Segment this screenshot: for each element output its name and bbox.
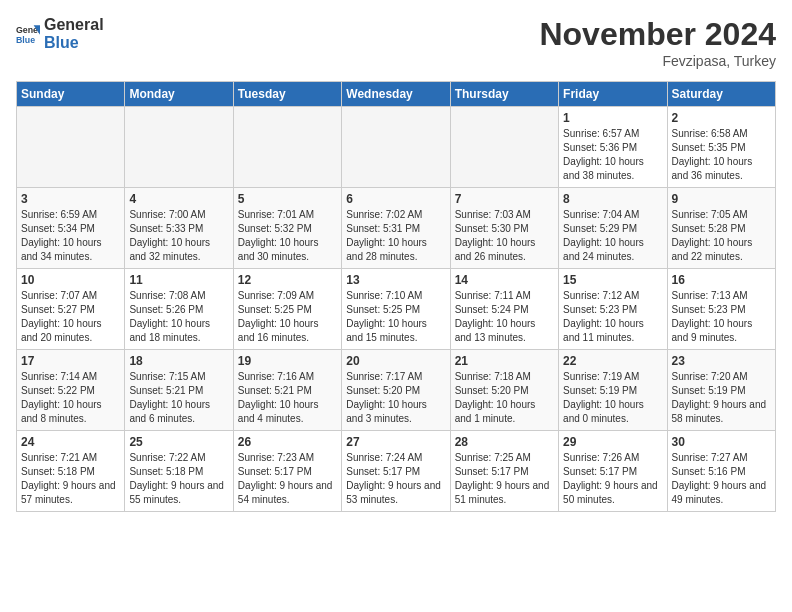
day-number: 15 bbox=[563, 273, 662, 287]
day-info: Sunrise: 7:11 AMSunset: 5:24 PMDaylight:… bbox=[455, 289, 554, 345]
calendar-cell: 29Sunrise: 7:26 AMSunset: 5:17 PMDayligh… bbox=[559, 431, 667, 512]
day-number: 1 bbox=[563, 111, 662, 125]
day-info: Sunrise: 7:26 AMSunset: 5:17 PMDaylight:… bbox=[563, 451, 662, 507]
day-info: Sunrise: 7:07 AMSunset: 5:27 PMDaylight:… bbox=[21, 289, 120, 345]
day-number: 10 bbox=[21, 273, 120, 287]
calendar-cell: 4Sunrise: 7:00 AMSunset: 5:33 PMDaylight… bbox=[125, 188, 233, 269]
day-number: 23 bbox=[672, 354, 771, 368]
calendar-cell: 12Sunrise: 7:09 AMSunset: 5:25 PMDayligh… bbox=[233, 269, 341, 350]
calendar-cell: 14Sunrise: 7:11 AMSunset: 5:24 PMDayligh… bbox=[450, 269, 558, 350]
day-number: 13 bbox=[346, 273, 445, 287]
month-title: November 2024 bbox=[539, 16, 776, 53]
header-monday: Monday bbox=[125, 82, 233, 107]
day-number: 26 bbox=[238, 435, 337, 449]
header-friday: Friday bbox=[559, 82, 667, 107]
week-row-0: 1Sunrise: 6:57 AMSunset: 5:36 PMDaylight… bbox=[17, 107, 776, 188]
week-row-1: 3Sunrise: 6:59 AMSunset: 5:34 PMDaylight… bbox=[17, 188, 776, 269]
logo-blue: Blue bbox=[44, 34, 104, 52]
day-info: Sunrise: 7:27 AMSunset: 5:16 PMDaylight:… bbox=[672, 451, 771, 507]
day-info: Sunrise: 7:13 AMSunset: 5:23 PMDaylight:… bbox=[672, 289, 771, 345]
day-number: 4 bbox=[129, 192, 228, 206]
day-number: 6 bbox=[346, 192, 445, 206]
day-number: 8 bbox=[563, 192, 662, 206]
calendar-cell: 19Sunrise: 7:16 AMSunset: 5:21 PMDayligh… bbox=[233, 350, 341, 431]
calendar-cell: 3Sunrise: 6:59 AMSunset: 5:34 PMDaylight… bbox=[17, 188, 125, 269]
day-info: Sunrise: 7:16 AMSunset: 5:21 PMDaylight:… bbox=[238, 370, 337, 426]
header-sunday: Sunday bbox=[17, 82, 125, 107]
logo: General Blue General Blue bbox=[16, 16, 104, 51]
day-number: 14 bbox=[455, 273, 554, 287]
day-number: 30 bbox=[672, 435, 771, 449]
week-row-3: 17Sunrise: 7:14 AMSunset: 5:22 PMDayligh… bbox=[17, 350, 776, 431]
page-header: General Blue General Blue November 2024 … bbox=[16, 16, 776, 69]
calendar-cell bbox=[450, 107, 558, 188]
day-info: Sunrise: 6:57 AMSunset: 5:36 PMDaylight:… bbox=[563, 127, 662, 183]
calendar-cell: 8Sunrise: 7:04 AMSunset: 5:29 PMDaylight… bbox=[559, 188, 667, 269]
day-info: Sunrise: 7:21 AMSunset: 5:18 PMDaylight:… bbox=[21, 451, 120, 507]
calendar-cell: 18Sunrise: 7:15 AMSunset: 5:21 PMDayligh… bbox=[125, 350, 233, 431]
day-number: 29 bbox=[563, 435, 662, 449]
calendar-cell: 27Sunrise: 7:24 AMSunset: 5:17 PMDayligh… bbox=[342, 431, 450, 512]
day-number: 2 bbox=[672, 111, 771, 125]
day-info: Sunrise: 7:22 AMSunset: 5:18 PMDaylight:… bbox=[129, 451, 228, 507]
day-number: 19 bbox=[238, 354, 337, 368]
calendar-cell bbox=[125, 107, 233, 188]
day-info: Sunrise: 7:17 AMSunset: 5:20 PMDaylight:… bbox=[346, 370, 445, 426]
calendar-cell: 28Sunrise: 7:25 AMSunset: 5:17 PMDayligh… bbox=[450, 431, 558, 512]
logo-general: General bbox=[44, 16, 104, 34]
day-number: 20 bbox=[346, 354, 445, 368]
calendar-cell: 11Sunrise: 7:08 AMSunset: 5:26 PMDayligh… bbox=[125, 269, 233, 350]
day-info: Sunrise: 7:01 AMSunset: 5:32 PMDaylight:… bbox=[238, 208, 337, 264]
day-info: Sunrise: 7:03 AMSunset: 5:30 PMDaylight:… bbox=[455, 208, 554, 264]
svg-text:Blue: Blue bbox=[16, 34, 35, 44]
day-number: 28 bbox=[455, 435, 554, 449]
day-info: Sunrise: 7:15 AMSunset: 5:21 PMDaylight:… bbox=[129, 370, 228, 426]
day-number: 3 bbox=[21, 192, 120, 206]
header-saturday: Saturday bbox=[667, 82, 775, 107]
header-tuesday: Tuesday bbox=[233, 82, 341, 107]
day-number: 24 bbox=[21, 435, 120, 449]
day-info: Sunrise: 6:58 AMSunset: 5:35 PMDaylight:… bbox=[672, 127, 771, 183]
calendar-cell: 24Sunrise: 7:21 AMSunset: 5:18 PMDayligh… bbox=[17, 431, 125, 512]
calendar-table: SundayMondayTuesdayWednesdayThursdayFrid… bbox=[16, 81, 776, 512]
calendar-cell: 23Sunrise: 7:20 AMSunset: 5:19 PMDayligh… bbox=[667, 350, 775, 431]
calendar-cell: 30Sunrise: 7:27 AMSunset: 5:16 PMDayligh… bbox=[667, 431, 775, 512]
day-number: 11 bbox=[129, 273, 228, 287]
day-number: 25 bbox=[129, 435, 228, 449]
calendar-cell: 2Sunrise: 6:58 AMSunset: 5:35 PMDaylight… bbox=[667, 107, 775, 188]
day-info: Sunrise: 7:18 AMSunset: 5:20 PMDaylight:… bbox=[455, 370, 554, 426]
day-number: 27 bbox=[346, 435, 445, 449]
calendar-cell: 13Sunrise: 7:10 AMSunset: 5:25 PMDayligh… bbox=[342, 269, 450, 350]
day-number: 17 bbox=[21, 354, 120, 368]
calendar-cell: 26Sunrise: 7:23 AMSunset: 5:17 PMDayligh… bbox=[233, 431, 341, 512]
day-info: Sunrise: 7:08 AMSunset: 5:26 PMDaylight:… bbox=[129, 289, 228, 345]
header-row: SundayMondayTuesdayWednesdayThursdayFrid… bbox=[17, 82, 776, 107]
header-wednesday: Wednesday bbox=[342, 82, 450, 107]
logo-icon: General Blue bbox=[16, 22, 40, 46]
calendar-cell: 10Sunrise: 7:07 AMSunset: 5:27 PMDayligh… bbox=[17, 269, 125, 350]
location: Fevzipasa, Turkey bbox=[539, 53, 776, 69]
calendar-cell: 9Sunrise: 7:05 AMSunset: 5:28 PMDaylight… bbox=[667, 188, 775, 269]
day-info: Sunrise: 7:20 AMSunset: 5:19 PMDaylight:… bbox=[672, 370, 771, 426]
day-number: 7 bbox=[455, 192, 554, 206]
calendar-cell: 21Sunrise: 7:18 AMSunset: 5:20 PMDayligh… bbox=[450, 350, 558, 431]
calendar-cell bbox=[17, 107, 125, 188]
calendar-cell: 17Sunrise: 7:14 AMSunset: 5:22 PMDayligh… bbox=[17, 350, 125, 431]
day-info: Sunrise: 7:10 AMSunset: 5:25 PMDaylight:… bbox=[346, 289, 445, 345]
day-info: Sunrise: 7:05 AMSunset: 5:28 PMDaylight:… bbox=[672, 208, 771, 264]
calendar-cell: 1Sunrise: 6:57 AMSunset: 5:36 PMDaylight… bbox=[559, 107, 667, 188]
week-row-4: 24Sunrise: 7:21 AMSunset: 5:18 PMDayligh… bbox=[17, 431, 776, 512]
calendar-cell: 7Sunrise: 7:03 AMSunset: 5:30 PMDaylight… bbox=[450, 188, 558, 269]
day-number: 22 bbox=[563, 354, 662, 368]
week-row-2: 10Sunrise: 7:07 AMSunset: 5:27 PMDayligh… bbox=[17, 269, 776, 350]
calendar-cell: 25Sunrise: 7:22 AMSunset: 5:18 PMDayligh… bbox=[125, 431, 233, 512]
day-number: 21 bbox=[455, 354, 554, 368]
day-info: Sunrise: 7:12 AMSunset: 5:23 PMDaylight:… bbox=[563, 289, 662, 345]
calendar-cell: 6Sunrise: 7:02 AMSunset: 5:31 PMDaylight… bbox=[342, 188, 450, 269]
day-number: 18 bbox=[129, 354, 228, 368]
day-info: Sunrise: 7:02 AMSunset: 5:31 PMDaylight:… bbox=[346, 208, 445, 264]
calendar-cell: 22Sunrise: 7:19 AMSunset: 5:19 PMDayligh… bbox=[559, 350, 667, 431]
day-info: Sunrise: 7:19 AMSunset: 5:19 PMDaylight:… bbox=[563, 370, 662, 426]
day-number: 5 bbox=[238, 192, 337, 206]
calendar-cell: 5Sunrise: 7:01 AMSunset: 5:32 PMDaylight… bbox=[233, 188, 341, 269]
